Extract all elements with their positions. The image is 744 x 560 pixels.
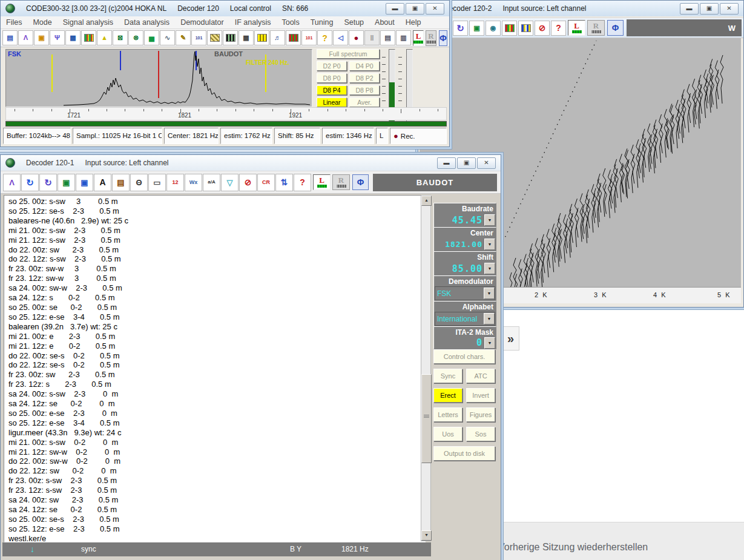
- help-icon[interactable]: ?: [294, 174, 311, 191]
- search-icon[interactable]: Θ: [130, 174, 148, 191]
- menu-demodulator[interactable]: Demodulator: [175, 17, 229, 28]
- baudrate-dropdown-button[interactable]: ▼: [484, 214, 495, 226]
- scrollbar[interactable]: ▲ ▼: [421, 195, 431, 541]
- pause-icon[interactable]: ‖: [364, 30, 380, 45]
- spectrum-display[interactable]: FSK BAUDOT FILTER 240 Hz.: [5, 49, 312, 107]
- minimize-button[interactable]: ▬: [437, 157, 456, 169]
- sort-icon[interactable]: ⇅: [275, 174, 293, 191]
- decoder1-titlebar[interactable]: Decoder 120-1 Input source: Left channel…: [1, 155, 501, 171]
- case-toggle-icon[interactable]: a/A: [203, 174, 220, 191]
- refresh-5-icon[interactable]: ↻: [39, 174, 57, 191]
- grid-off-icon[interactable]: ⊘: [535, 21, 550, 36]
- calendar-12-icon[interactable]: 12: [166, 174, 184, 191]
- help-icon[interactable]: ?: [317, 30, 332, 45]
- power-toggle-button[interactable]: Φ: [607, 20, 624, 36]
- audio-note-icon[interactable]: ♬: [270, 30, 285, 45]
- spectrum-yellow-icon[interactable]: ▲: [97, 30, 112, 45]
- table-icon[interactable]: ▦: [239, 30, 254, 45]
- menu-data-analysis[interactable]: Data analysis: [119, 17, 175, 28]
- decoder2-titlebar[interactable]: Decoder 120-2 Input source: Left channel…: [418, 1, 743, 16]
- refresh-5-icon[interactable]: ↻: [453, 21, 468, 36]
- decoder-button-control-chars[interactable]: Control chars.: [433, 349, 495, 364]
- decoder-button-output-to-disk[interactable]: Output to disk: [433, 446, 495, 461]
- decoder-button-erect[interactable]: Erect: [433, 388, 463, 403]
- save-ip-icon[interactable]: ▣: [58, 174, 75, 191]
- panel-button-d8-p8[interactable]: D8 P8: [349, 85, 380, 95]
- left-channel-button[interactable]: L: [413, 30, 424, 46]
- scroll-up-button[interactable]: ▲: [421, 196, 432, 206]
- demodulator-dropdown-button[interactable]: ▼: [484, 288, 495, 299]
- menu-about[interactable]: About: [369, 17, 400, 28]
- decoder-button-invert[interactable]: Invert: [466, 388, 495, 403]
- document-icon[interactable]: ▤: [2, 30, 18, 45]
- font-icon[interactable]: A: [94, 174, 111, 191]
- grid-icon[interactable]: ▦: [65, 30, 81, 45]
- spectrum-icon[interactable]: Λ: [3, 174, 21, 191]
- decoder-button-sos[interactable]: Sos: [466, 427, 495, 441]
- maximize-button[interactable]: ▣: [457, 157, 476, 169]
- close-button[interactable]: ✕: [426, 3, 444, 15]
- panel-button-linear[interactable]: Linear: [317, 97, 347, 107]
- refresh-icon[interactable]: ↻: [21, 174, 39, 191]
- speaker-icon[interactable]: ◁: [333, 30, 348, 45]
- minimize-button[interactable]: ▬: [386, 3, 404, 15]
- menu-tuning[interactable]: Tuning: [305, 17, 339, 28]
- shift-dropdown-button[interactable]: ▼: [484, 263, 495, 274]
- notebook-icon[interactable]: ▤: [380, 30, 395, 45]
- save-txt-icon[interactable]: ▣: [76, 174, 93, 191]
- help-icon[interactable]: ?: [551, 21, 566, 36]
- menu-help[interactable]: Help: [400, 17, 427, 28]
- menu-tools[interactable]: Tools: [276, 17, 305, 28]
- scrollbar-thumb[interactable]: [421, 374, 432, 463]
- printer-icon[interactable]: ▭: [148, 174, 166, 191]
- binary-icon[interactable]: 101: [191, 30, 206, 45]
- decoder-button-figures[interactable]: Figures: [466, 407, 495, 422]
- minimize-button[interactable]: ▬: [680, 3, 699, 15]
- red-bars-icon[interactable]: [286, 30, 301, 45]
- panel-button-d4-p0[interactable]: D4 P0: [349, 61, 380, 71]
- save-ip-icon[interactable]: ▣: [469, 21, 484, 36]
- tuning-fork-icon[interactable]: Ψ: [50, 30, 65, 45]
- right-channel-button[interactable]: R: [587, 20, 605, 36]
- power-toggle-button[interactable]: Φ: [439, 30, 447, 46]
- matrix-x-icon[interactable]: ⊠: [113, 30, 128, 45]
- panel-button-aver[interactable]: Aver.: [349, 97, 380, 107]
- record-icon[interactable]: ●: [349, 30, 364, 45]
- blue-bars-icon[interactable]: [518, 21, 533, 36]
- histogram-icon[interactable]: ▅: [144, 30, 159, 45]
- panel-button-d8-p0[interactable]: D8 P0: [317, 73, 347, 83]
- close-button[interactable]: ✕: [477, 157, 496, 169]
- menu-setup[interactable]: Setup: [338, 17, 369, 28]
- panel-button-d2-p0[interactable]: D2 P0: [317, 61, 347, 71]
- decoder-button-uos[interactable]: Uos: [433, 427, 463, 441]
- expand-sidebar-button[interactable]: »: [502, 326, 519, 351]
- notes-icon[interactable]: ▤: [112, 174, 130, 191]
- yellow-bars-icon[interactable]: [254, 30, 269, 45]
- menu-signal-analysis[interactable]: Signal analysis: [58, 17, 119, 28]
- menu-files[interactable]: Files: [1, 17, 27, 28]
- spectrum-icon[interactable]: Λ: [18, 30, 33, 45]
- panel-button-d8-p4[interactable]: D8 P4: [317, 85, 347, 95]
- rgb-bars-icon[interactable]: [502, 21, 517, 36]
- center-dropdown-button[interactable]: ▼: [484, 239, 495, 250]
- maximize-button[interactable]: ▣: [700, 3, 719, 15]
- grid-off-icon[interactable]: ⊘: [239, 174, 257, 191]
- restore-session-link[interactable]: Vorherige Sitzung wiederherstellen: [498, 542, 648, 553]
- menu-if-analysis[interactable]: IF analysis: [229, 17, 277, 28]
- circle-x-icon[interactable]: ⊗: [128, 30, 143, 45]
- main-titlebar[interactable]: CODE300-32 [3.00 23-2] (c)2004 HOKA NL D…: [1, 1, 449, 16]
- panel-button-d8-p2[interactable]: D8 P2: [349, 73, 380, 83]
- decoder-button-sync[interactable]: Sync: [433, 369, 463, 383]
- power-toggle-button[interactable]: Φ: [352, 174, 369, 190]
- dark-bars-icon[interactable]: [223, 30, 238, 45]
- cr-icon[interactable]: CR: [257, 174, 275, 191]
- camera-icon[interactable]: ◉: [486, 21, 501, 36]
- waterfall-icon[interactable]: [81, 30, 96, 45]
- decoded-text-area[interactable]: so 25. 00z: s-sw 3 0.5 mso 25. 12z: se-s…: [4, 195, 426, 542]
- copy-icon[interactable]: ▣: [34, 30, 49, 45]
- if-spectrum-icon[interactable]: ∿: [160, 30, 175, 45]
- squarewave-101-icon[interactable]: 101: [301, 30, 317, 45]
- right-channel-button[interactable]: R: [332, 174, 350, 190]
- decoder-button-atc[interactable]: ATC: [466, 369, 495, 383]
- alphabet-dropdown-button[interactable]: ▼: [484, 313, 495, 324]
